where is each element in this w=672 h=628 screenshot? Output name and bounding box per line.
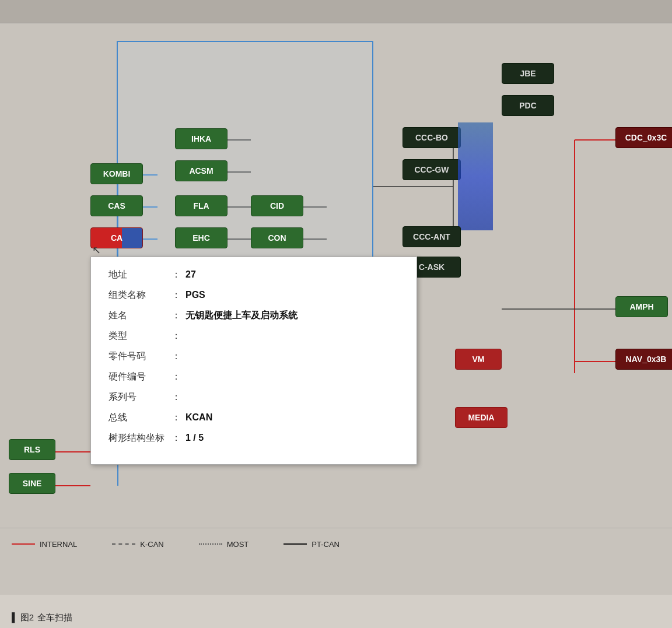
- ecu-cas[interactable]: CAS: [90, 195, 143, 216]
- ecu-media[interactable]: MEDIA: [455, 407, 508, 428]
- part-row: 零件号码 ：: [108, 350, 399, 363]
- legend-most: MOST: [199, 540, 249, 549]
- ecu-vm[interactable]: VM: [455, 349, 502, 370]
- central-network-box: [117, 41, 373, 262]
- ecu-fla[interactable]: FLA: [175, 195, 228, 216]
- header-bar: [0, 0, 672, 23]
- ecu-cid[interactable]: CID: [251, 195, 303, 216]
- serial-row: 系列号 ：: [108, 391, 399, 404]
- legend-ptcan-label: PT-CAN: [312, 540, 340, 549]
- class-row: 组类名称 ： PGS: [108, 289, 399, 301]
- legend-most-label: MOST: [227, 540, 249, 549]
- legend-internal-line: [12, 543, 35, 545]
- ecu-jbe[interactable]: JBE: [502, 63, 554, 84]
- legend-bar: INTERNAL K-CAN MOST PT-CAN: [0, 528, 672, 560]
- hw-row: 硬件编号 ：: [108, 371, 399, 383]
- bus-row: 总线 ： KCAN: [108, 412, 399, 424]
- ecu-nav[interactable]: NAV_0x3B: [615, 349, 672, 370]
- ecu-ccc-gw[interactable]: CCC-GW: [402, 159, 461, 180]
- mouse-cursor: ↖: [92, 244, 104, 255]
- main-area: KOMBI CAS CA IHKA ACSM FLA EHC CID: [0, 0, 672, 595]
- ecu-ehc[interactable]: EHC: [175, 227, 228, 248]
- type-row: 类型 ：: [108, 330, 399, 342]
- ecu-cdc[interactable]: CDC_0x3C: [615, 127, 672, 148]
- ecu-ccc-bo[interactable]: CCC-BO: [402, 127, 461, 148]
- ecu-amph[interactable]: AMPH: [615, 296, 668, 317]
- info-popup: 地址 ： 27 组类名称 ： PGS 姓名 ： 无钥匙便捷上车及启动系统 类型 …: [90, 257, 417, 465]
- name-row: 姓名 ： 无钥匙便捷上车及启动系统: [108, 310, 399, 322]
- legend-internal: INTERNAL: [12, 540, 77, 549]
- caption-prefix: ▌ 图2: [12, 612, 34, 623]
- legend-ptcan: PT-CAN: [284, 540, 340, 549]
- diagram-area: KOMBI CAS CA IHKA ACSM FLA EHC CID: [0, 23, 672, 560]
- ecu-ccc-ant[interactable]: CCC-ANT: [402, 226, 461, 247]
- caption-text: 全车扫描: [37, 612, 72, 623]
- ecu-acsm[interactable]: ACSM: [175, 160, 228, 181]
- legend-kcan-line: [112, 543, 135, 545]
- page-caption: ▌ 图2 全车扫描: [12, 612, 72, 623]
- ccc-connector-panel: [458, 122, 493, 230]
- legend-most-line: [199, 543, 222, 545]
- ecu-ihka[interactable]: IHKA: [175, 128, 228, 149]
- tree-row: 树形结构坐标 ： 1 / 5: [108, 432, 399, 444]
- legend-ptcan-line: [284, 543, 307, 545]
- legend-kcan: K-CAN: [112, 540, 163, 549]
- ecu-rls[interactable]: RLS: [9, 439, 55, 460]
- ecu-pdc[interactable]: PDC: [502, 95, 554, 116]
- legend-kcan-label: K-CAN: [140, 540, 163, 549]
- ecu-con[interactable]: CON: [251, 227, 303, 248]
- addr-row: 地址 ： 27: [108, 269, 399, 281]
- legend-internal-label: INTERNAL: [40, 540, 77, 549]
- ecu-kombi[interactable]: KOMBI: [90, 163, 143, 184]
- ecu-sine[interactable]: SINE: [9, 473, 55, 494]
